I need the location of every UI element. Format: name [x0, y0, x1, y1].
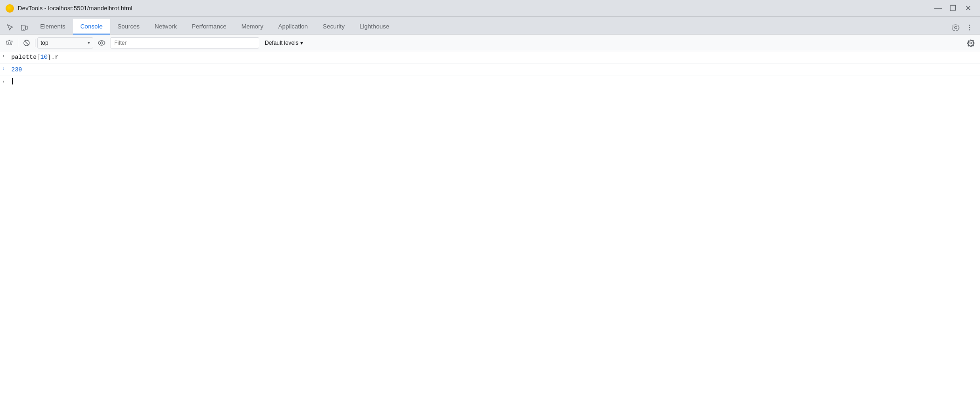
- console-output[interactable]: › palette[10].r ‹ 239 ›: [0, 51, 980, 399]
- window-controls: — ❐ ✕: [932, 2, 974, 15]
- console-toolbar: top ▾ Default levels ▾: [0, 35, 980, 51]
- context-selector-text: top: [41, 40, 86, 46]
- maximize-button[interactable]: ❐: [946, 2, 959, 15]
- tab-sources[interactable]: Sources: [110, 19, 147, 35]
- eye-icon: [97, 39, 106, 47]
- tab-lighthouse[interactable]: Lighthouse: [352, 19, 397, 35]
- separator-1: [18, 39, 18, 47]
- tab-application[interactable]: Application: [271, 19, 316, 35]
- svg-rect-1: [26, 26, 28, 29]
- prompt-arrow-icon: ›: [2, 79, 8, 84]
- svg-point-11: [98, 41, 105, 45]
- device-toolbar-button[interactable]: [18, 21, 31, 34]
- cursor-icon: [7, 24, 14, 31]
- devtools-left-controls: [4, 21, 31, 34]
- separator-2: [35, 39, 35, 47]
- main-tabs: Elements Console Sources Network Perform…: [33, 17, 949, 34]
- app-icon: [6, 4, 14, 13]
- cursor-blink: [12, 78, 13, 84]
- console-settings-button[interactable]: [964, 36, 977, 49]
- window-title: DevTools - localhost:5501/mandelbrot.htm…: [18, 5, 932, 12]
- dots-icon: [966, 24, 973, 31]
- console-prompt-row[interactable]: ›: [0, 76, 980, 86]
- tab-security[interactable]: Security: [315, 19, 352, 35]
- svg-point-5: [969, 29, 970, 30]
- gear-icon: [952, 24, 959, 31]
- tab-network[interactable]: Network: [147, 19, 185, 35]
- title-bar: DevTools - localhost:5501/mandelbrot.htm…: [0, 0, 980, 17]
- svg-point-4: [969, 27, 970, 28]
- dropdown-arrow-icon: ▾: [88, 40, 90, 45]
- more-tools-button[interactable]: [963, 21, 976, 34]
- log-levels-button[interactable]: Default levels ▾: [261, 37, 307, 49]
- devtools-settings-button[interactable]: [949, 21, 962, 34]
- clear-console-button[interactable]: [3, 36, 16, 49]
- clear-icon: [6, 39, 13, 47]
- tab-bar-right-controls: [949, 21, 976, 34]
- stop-console-button[interactable]: [20, 36, 33, 49]
- console-output-value: 239: [11, 65, 976, 75]
- console-entry-input: › palette[10].r: [0, 51, 980, 64]
- tab-console[interactable]: Console: [73, 19, 110, 35]
- array-index: 10: [40, 54, 48, 61]
- input-arrow-icon: ›: [2, 53, 8, 59]
- console-entry-output: ‹ 239: [0, 64, 980, 77]
- levels-label: Default levels: [265, 40, 298, 46]
- tab-elements[interactable]: Elements: [33, 19, 73, 35]
- output-arrow-icon: ‹: [2, 66, 8, 71]
- settings-gear-icon: [967, 39, 974, 47]
- tab-memory[interactable]: Memory: [234, 19, 271, 35]
- svg-line-10: [25, 41, 28, 45]
- svg-point-3: [969, 25, 970, 26]
- close-button[interactable]: ✕: [961, 2, 974, 15]
- context-selector[interactable]: top ▾: [37, 37, 93, 49]
- filter-input[interactable]: [110, 37, 259, 49]
- inspect-element-button[interactable]: [4, 21, 17, 34]
- minimize-button[interactable]: —: [932, 2, 945, 15]
- svg-marker-6: [7, 40, 12, 45]
- console-input-text: palette[10].r: [11, 53, 976, 62]
- tab-bar: Elements Console Sources Network Perform…: [0, 17, 980, 35]
- svg-point-2: [23, 29, 24, 30]
- svg-point-12: [101, 42, 103, 44]
- levels-arrow-icon: ▾: [300, 40, 303, 46]
- live-expressions-button[interactable]: [95, 36, 108, 49]
- device-icon: [21, 24, 28, 31]
- stop-icon: [23, 39, 30, 47]
- tab-performance[interactable]: Performance: [184, 19, 234, 35]
